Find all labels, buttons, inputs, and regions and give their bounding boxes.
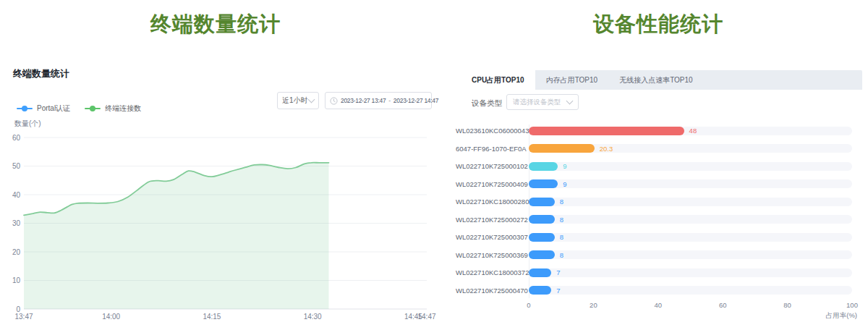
- time-range-value: 近1小时: [282, 96, 308, 106]
- bar: [529, 179, 558, 188]
- date-range-separator: -: [388, 97, 391, 104]
- bar: [529, 144, 595, 153]
- bar-value-label: 48: [689, 122, 697, 140]
- bar-row: WL022710K7250001029: [456, 157, 868, 175]
- bar: [529, 162, 558, 171]
- line-chart-legend: Portal认证 终端连接数: [17, 103, 141, 114]
- terminal-count-card-title: 终端数量统计: [13, 67, 69, 80]
- date-range-picker[interactable]: 2023-12-27 13:47 - 2023-12-27 14:47: [325, 92, 432, 109]
- x-tick-label: 14:30: [304, 313, 322, 321]
- bar-row: WL023610KC0600004348: [456, 122, 868, 140]
- device-performance-heading: 设备性能统计: [448, 10, 868, 39]
- x-tick-label: 60: [712, 301, 733, 309]
- x-tick-label: 100: [841, 301, 863, 309]
- bar-value-label: 8: [560, 192, 563, 211]
- device-name-label: WL023610KC06000043: [456, 122, 524, 140]
- bar-value-label: 20.3: [600, 140, 613, 158]
- y-tick-label: 60: [12, 134, 21, 142]
- bar: [529, 127, 684, 135]
- y-tick-label: 30: [12, 219, 21, 227]
- time-range-select[interactable]: 近1小时: [277, 92, 319, 109]
- bar-row: WL022710KC180002808: [456, 192, 868, 211]
- device-name-label: WL022710K725000470: [456, 282, 524, 300]
- x-tick-label: 80: [777, 301, 799, 309]
- bar-track: [529, 198, 852, 206]
- device-type-label: 设备类型: [472, 98, 502, 109]
- bar-value-label: 9: [563, 157, 566, 175]
- bar: [529, 250, 555, 259]
- bar-value-label: 7: [556, 263, 560, 282]
- tab-memory-top10[interactable]: 内存占用TOP10: [535, 70, 609, 90]
- bar-chart-x-axis-title: 占用率(%): [749, 311, 857, 321]
- terminal-count-heading: 终端数量统计: [0, 10, 431, 39]
- clock-icon: [330, 97, 338, 105]
- y-tick-label: 40: [12, 191, 21, 199]
- terminal-connections-area-fill: [24, 163, 329, 309]
- y-axis-title: 数量(个): [14, 119, 41, 127]
- x-tick-label: 0: [518, 301, 540, 309]
- y-tick-label: 20: [12, 248, 21, 256]
- terminal-count-area-chart: 0102030405060数量(个)13:4714:0014:1514:3014…: [0, 116, 448, 330]
- bar: [529, 215, 555, 224]
- bar: [529, 286, 551, 295]
- bar-row: 6047-FF96-1070-EF0A20.3: [456, 140, 868, 158]
- bar-value-label: 7: [556, 282, 560, 300]
- cpu-top10-bar-chart: 占用率(%) WL023610KC06000043486047-FF96-107…: [456, 122, 868, 330]
- legend-item-portal[interactable]: Portal认证: [17, 103, 70, 114]
- y-tick-label: 0: [16, 305, 20, 313]
- device-type-placeholder: 请选择设备类型: [513, 98, 561, 107]
- legend-marker-terminal-icon: [85, 106, 101, 111]
- bar: [529, 233, 555, 242]
- x-tick-label: 14:47: [417, 313, 435, 321]
- bar-row: WL022710K7250002728: [456, 211, 868, 229]
- tab-cpu-top10[interactable]: CPU占用TOP10: [461, 70, 535, 90]
- bar-row: WL022710K7250003078: [456, 228, 868, 246]
- device-name-label: WL022710K725000307: [456, 228, 524, 246]
- bar-value-label: 8: [560, 211, 563, 229]
- bar-row: WL022710KC180003727: [456, 263, 868, 282]
- x-tick-label: 40: [647, 301, 669, 309]
- chevron-down-icon: [566, 98, 574, 105]
- bar-track: [529, 215, 852, 224]
- legend-item-terminal-connections[interactable]: 终端连接数: [85, 103, 141, 114]
- bar: [529, 198, 555, 206]
- bar-row: WL022710K7250003698: [456, 246, 868, 264]
- device-name-label: WL022710K725000102: [456, 157, 524, 175]
- bar-value-label: 8: [560, 228, 563, 246]
- bar-value-label: 8: [560, 246, 563, 264]
- bar-track: [529, 286, 852, 295]
- bar-track: [529, 268, 852, 277]
- bar-track: [529, 162, 852, 171]
- device-name-label: WL022710K725000369: [456, 246, 524, 264]
- date-range-start[interactable]: 2023-12-27 13:47: [341, 97, 386, 104]
- device-name-label: WL022710K725000409: [456, 175, 524, 193]
- x-tick-label: 20: [582, 301, 604, 309]
- bar: [529, 268, 551, 277]
- x-tick-label: 14:00: [102, 313, 120, 321]
- legend-label-portal: Portal认证: [37, 103, 70, 114]
- tab-wireless-ap-rate-top10[interactable]: 无线接入点速率TOP10: [608, 70, 704, 90]
- device-name-label: 6047-FF96-1070-EF0A: [456, 140, 524, 158]
- device-name-label: WL022710K725000272: [456, 211, 524, 229]
- bar-track: [529, 233, 852, 242]
- bar-row: WL022710K7250004099: [456, 175, 868, 193]
- device-name-label: WL022710KC18000372: [456, 263, 524, 282]
- bar-value-label: 9: [563, 175, 566, 193]
- legend-label-terminal-connections: 终端连接数: [105, 103, 141, 114]
- x-tick-label: 14:15: [203, 313, 221, 321]
- bar-track: [529, 179, 852, 188]
- x-tick-label: 13:47: [14, 313, 33, 321]
- y-tick-label: 10: [12, 276, 21, 284]
- date-range-end[interactable]: 2023-12-27 14:47: [393, 97, 438, 104]
- performance-tab-strip: CPU占用TOP10 内存占用TOP10 无线接入点速率TOP10: [461, 70, 862, 90]
- y-tick-label: 50: [12, 162, 21, 170]
- device-name-label: WL022710KC18000280: [456, 192, 524, 211]
- device-type-select[interactable]: 请选择设备类型: [506, 94, 579, 110]
- legend-marker-portal-icon: [17, 106, 33, 111]
- chevron-down-icon: [308, 96, 315, 103]
- bar-track: [529, 250, 852, 259]
- bar-row: WL022710K7250004707: [456, 282, 868, 300]
